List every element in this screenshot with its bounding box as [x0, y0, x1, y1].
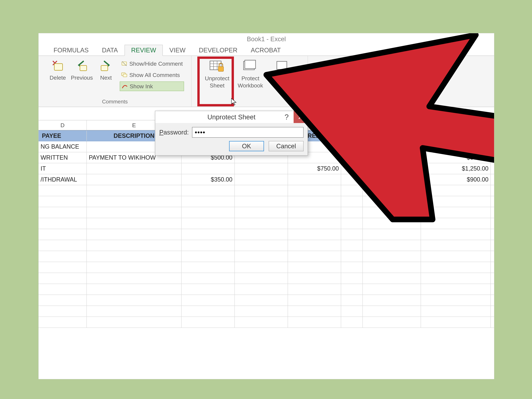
cell[interactable]: /ITHDRAWAL — [38, 174, 87, 185]
table-row[interactable] — [38, 240, 494, 251]
cell[interactable]: $900.00 — [421, 174, 491, 185]
dialog-help-button[interactable]: ? — [281, 111, 293, 123]
svg-rect-1 — [80, 65, 87, 71]
show-ink-label: Show Ink — [130, 83, 153, 90]
column-header-i[interactable]: I — [341, 120, 363, 130]
cell[interactable] — [288, 174, 341, 185]
svg-rect-2 — [101, 65, 108, 71]
next-comment-button[interactable]: Next — [94, 58, 118, 95]
column-header-d[interactable]: D — [38, 120, 87, 130]
ribbon-group-comments: Delete Previous Next — [38, 56, 191, 107]
cell[interactable]: $1,250.00 — [421, 163, 491, 174]
svg-rect-14 — [277, 61, 287, 69]
tab-view[interactable]: VIEW — [163, 45, 192, 56]
header-income: IN — [363, 131, 421, 141]
unprotect-sheet-dialog: Unprotect Sheet ? Password: OK Cancel — [155, 111, 308, 156]
table-row[interactable] — [38, 284, 494, 295]
unprotect-sheet-button[interactable]: Unprotect Sheet — [201, 58, 234, 101]
cell[interactable] — [182, 163, 235, 174]
protect-workbook-button[interactable]: Protect Workbook — [234, 58, 267, 101]
column-header-j[interactable] — [363, 120, 421, 130]
show-hide-comment-button[interactable]: Show/Hide Comment — [120, 59, 184, 69]
previous-comment-button[interactable]: Previous — [70, 58, 94, 95]
table-row[interactable] — [38, 317, 494, 328]
tab-review[interactable]: REVIEW — [125, 45, 163, 56]
protect-workbook-label: Protect Workbook — [238, 75, 263, 89]
comments-group-label: Comments — [102, 99, 128, 106]
ribbon: Delete Previous Next — [38, 56, 494, 107]
cell[interactable] — [235, 174, 288, 185]
table-row[interactable] — [38, 229, 494, 240]
window-title: Book1 - Excel — [38, 33, 494, 45]
cancel-button[interactable]: Cancel — [269, 141, 304, 151]
show-all-comments-button[interactable]: Show All Comments — [120, 70, 184, 80]
delete-label: Delete — [50, 75, 66, 81]
table-row[interactable] — [38, 295, 494, 306]
password-input[interactable] — [192, 127, 304, 138]
dialog-title: Unprotect Sheet ? — [155, 111, 308, 123]
cell[interactable]: $750.00 — [288, 163, 341, 174]
svg-rect-0 — [54, 64, 63, 70]
table-row[interactable] — [38, 251, 494, 262]
table-row[interactable] — [38, 196, 494, 207]
ink-icon — [121, 83, 128, 90]
header-payee: PAYEE — [38, 131, 87, 141]
header-balance: BALANCE — [421, 131, 491, 141]
table-row[interactable]: IT $750.00 $1,250.00 — [38, 163, 494, 174]
show-all-comments-label: Show All Comments — [129, 72, 180, 78]
cell[interactable] — [363, 174, 421, 185]
cell[interactable] — [363, 141, 421, 152]
cell[interactable]: $350.00 — [182, 174, 235, 185]
spreadsheet-grid[interactable]: PAYEE DESCRIPTION DEBIT EXPENSE CREDIT I… — [38, 130, 494, 328]
password-label: Password: — [159, 129, 189, 136]
table-row[interactable] — [38, 262, 494, 273]
comments-all-icon — [121, 72, 128, 78]
table-row[interactable] — [38, 273, 494, 284]
next-icon — [99, 59, 113, 72]
dialog-title-text: Unprotect Sheet — [207, 113, 255, 121]
table-row[interactable] — [38, 207, 494, 218]
share-workbook-label: W — [281, 75, 286, 82]
show-hide-comment-label: Show/Hide Comment — [129, 61, 183, 67]
share-workbook-button[interactable]: W — [267, 58, 300, 101]
cell[interactable] — [235, 163, 288, 174]
cell[interactable]: WRITTEN — [38, 152, 87, 163]
help-icon: ? — [285, 113, 289, 121]
cell[interactable] — [341, 163, 363, 174]
tab-developer[interactable]: DEVELOPER — [192, 45, 244, 56]
cell[interactable]: NG BALANCE — [38, 141, 87, 152]
delete-comment-button[interactable]: Delete — [46, 58, 70, 95]
dialog-close-button[interactable] — [294, 111, 308, 123]
cell[interactable]: IT — [38, 163, 87, 174]
tab-data[interactable]: DATA — [95, 45, 125, 56]
comment-toggle-icon — [121, 60, 128, 67]
table-row[interactable] — [38, 306, 494, 317]
tab-formulas[interactable]: FORMULAS — [47, 45, 95, 56]
cell[interactable]: $500.00 — [421, 152, 491, 163]
excel-window: Book1 - Excel FORMULAS DATA REVIEW VIEW … — [38, 33, 494, 379]
ok-button[interactable]: OK — [229, 141, 264, 151]
header-blank-i — [341, 131, 363, 141]
protect-workbook-icon — [242, 59, 259, 73]
unprotect-sheet-label: Unprotect Sheet — [205, 75, 229, 89]
cell[interactable] — [87, 174, 182, 185]
cell[interactable] — [87, 163, 182, 174]
cell[interactable] — [363, 152, 421, 163]
unprotect-sheet-icon — [209, 59, 225, 73]
previous-label: Previous — [71, 75, 93, 81]
column-header-k[interactable]: K — [421, 120, 491, 130]
cell[interactable]: $1,000.00 — [421, 141, 491, 152]
cell[interactable] — [341, 152, 363, 163]
cell[interactable] — [363, 163, 421, 174]
table-row[interactable] — [38, 218, 494, 229]
table-row[interactable] — [38, 185, 494, 196]
delete-icon — [51, 59, 64, 72]
table-row[interactable]: /ITHDRAWAL $350.00 $900.00 — [38, 174, 494, 185]
svg-rect-11 — [218, 66, 223, 71]
tab-acrobat[interactable]: ACROBAT — [244, 45, 287, 56]
show-ink-button[interactable]: Show Ink — [120, 82, 184, 91]
previous-icon — [75, 59, 89, 72]
cell[interactable] — [341, 141, 363, 152]
cell[interactable] — [341, 174, 363, 185]
ribbon-group-protect: Unprotect Sheet Protect Workbook — [191, 56, 308, 107]
